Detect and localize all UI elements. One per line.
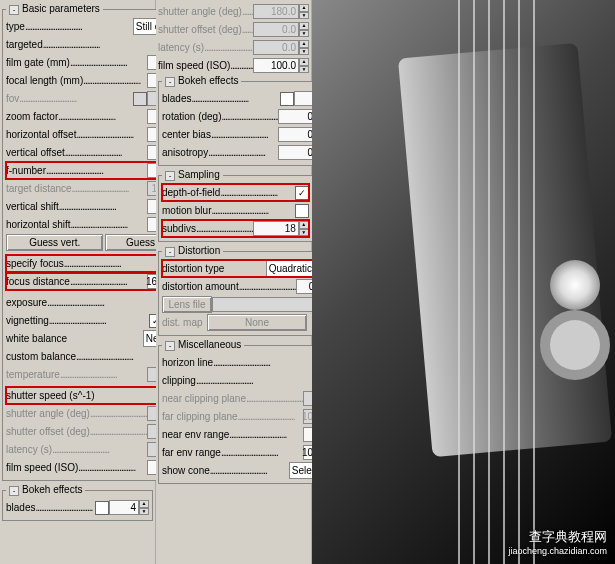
fov-label: fov xyxy=(6,93,133,104)
left-panel: -Basic parameters type Still cam▼ target… xyxy=(0,0,156,564)
render-preview: 查字典教程网 jiaocheng.chazidian.com xyxy=(312,0,615,564)
horizontal-offset-label: horizontal offset xyxy=(6,129,147,140)
spinner: ▲▼ xyxy=(299,4,309,19)
fnumber-label: f-number xyxy=(6,165,147,176)
bokeh-effects-group-left: -Bokeh effects blades 4 ▲▼ xyxy=(2,484,153,521)
spinner[interactable]: ▲▼ xyxy=(299,58,309,73)
spinner: ▲▼ xyxy=(299,40,309,55)
blades-input[interactable]: 4 xyxy=(109,500,139,515)
section-title: Miscellaneous xyxy=(178,339,241,350)
temperature-label: temperature xyxy=(6,369,147,380)
distortion-amount-label: distortion amount xyxy=(162,281,296,292)
spinner[interactable]: ▲▼ xyxy=(139,500,149,515)
show-cone-label: show cone xyxy=(162,465,289,476)
collapse-icon[interactable]: - xyxy=(165,77,175,87)
focal-length-label: focal length (mm) xyxy=(6,75,147,86)
shutter-offset-input-2: 0.0 xyxy=(253,22,299,37)
section-title: Sampling xyxy=(178,169,220,180)
near-env-label: near env range xyxy=(162,429,303,440)
shutter-offset-label: shutter offset (deg) xyxy=(6,426,147,437)
watermark-main: 查字典教程网 xyxy=(508,528,607,546)
target-distance-label: target distance xyxy=(6,183,147,194)
shutter-angle-label-2: shutter angle (deg) xyxy=(158,6,253,17)
dist-map-button: None xyxy=(207,314,307,331)
blades-checkbox[interactable] xyxy=(280,92,294,106)
blades-label: blades xyxy=(162,93,280,104)
section-title: Distortion xyxy=(178,245,220,256)
motion-blur-checkbox[interactable] xyxy=(295,204,309,218)
blades-checkbox[interactable] xyxy=(95,501,109,515)
type-label: type xyxy=(6,21,133,32)
subdivs-input[interactable]: 18 xyxy=(253,221,299,236)
lens-file-button: Lens file xyxy=(162,296,212,313)
vignetting-label: vignetting xyxy=(6,315,149,326)
shutter-offset-label-2: shutter offset (deg) xyxy=(158,24,253,35)
film-speed-label: film speed (ISO) xyxy=(6,462,147,473)
section-title: Basic parameters xyxy=(22,3,100,14)
film-speed-label-2: film speed (ISO) xyxy=(158,60,253,71)
dof-checkbox[interactable]: ✓ xyxy=(295,186,309,200)
focus-distance-label: focus distance xyxy=(6,276,147,287)
shutter-angle-label: shutter angle (deg) xyxy=(6,408,147,419)
latency-label-2: latency (s) xyxy=(158,42,253,53)
sampling-group: -Sampling depth-of-field ✓ motion blur s… xyxy=(158,169,313,242)
collapse-icon[interactable]: - xyxy=(9,5,19,15)
latency-label: latency (s) xyxy=(6,444,147,455)
dof-label: depth-of-field xyxy=(162,187,295,198)
motion-blur-label: motion blur xyxy=(162,205,295,216)
collapse-icon[interactable]: - xyxy=(9,486,19,496)
section-title: Bokeh effects xyxy=(22,484,82,495)
zoom-factor-label: zoom factor xyxy=(6,111,147,122)
center-bias-label: center bias xyxy=(162,129,278,140)
watermark-sub: jiaocheng.chazidian.com xyxy=(508,546,607,556)
distortion-type-label: distortion type xyxy=(162,263,266,274)
latency-input-2: 0.0 xyxy=(253,40,299,55)
vertical-offset-label: vertical offset xyxy=(6,147,147,158)
shutter-speed-label: shutter speed (s^-1) xyxy=(6,390,157,401)
custom-balance-label: custom balance xyxy=(6,351,157,362)
anisotropy-label: anisotropy xyxy=(162,147,278,158)
right-panel: shutter angle (deg) 180.0 ▲▼ shutter off… xyxy=(156,0,312,564)
far-env-label: far env range xyxy=(162,447,303,458)
far-clip-label: far clipping plane xyxy=(162,411,303,422)
rotation-label: rotation (deg) xyxy=(162,111,278,122)
section-title: Bokeh effects xyxy=(178,75,238,86)
subdivs-label: subdivs xyxy=(162,223,253,234)
near-clip-label: near clipping plane xyxy=(162,393,303,404)
dist-map-label: dist. map xyxy=(162,317,207,328)
blades-label: blades xyxy=(6,502,95,513)
fov-checkbox xyxy=(133,92,147,106)
guess-vert-button[interactable]: Guess vert. xyxy=(6,234,103,251)
collapse-icon[interactable]: - xyxy=(165,247,175,257)
horizontal-shift-label: horizontal shift xyxy=(6,219,147,230)
white-balance-label: white balance xyxy=(6,333,143,344)
film-gate-label: film gate (mm) xyxy=(6,57,147,68)
film-speed-input-2[interactable]: 100.0 xyxy=(253,58,299,73)
spinner: ▲▼ xyxy=(299,22,309,37)
shutter-angle-input-2: 180.0 xyxy=(253,4,299,19)
watermark: 查字典教程网 jiaocheng.chazidian.com xyxy=(508,528,607,556)
guitar-strings-decoration xyxy=(445,0,535,564)
vertical-shift-label: vertical shift xyxy=(6,201,147,212)
spinner[interactable]: ▲▼ xyxy=(299,221,309,236)
collapse-icon[interactable]: - xyxy=(165,171,175,181)
collapse-icon[interactable]: - xyxy=(165,341,175,351)
